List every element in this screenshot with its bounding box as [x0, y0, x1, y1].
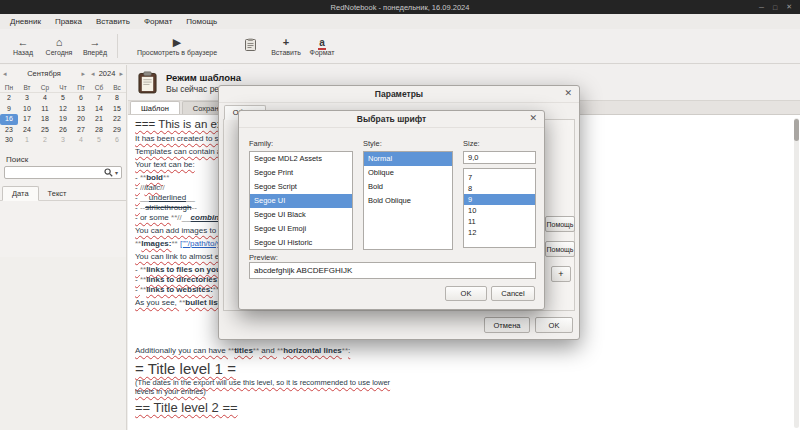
- close-icon[interactable]: ✕: [786, 3, 792, 11]
- year-selector[interactable]: ◂ 2024 ▸: [88, 69, 126, 78]
- editor-tab[interactable]: Шаблон: [130, 101, 180, 114]
- menu-item[interactable]: Вставить: [89, 17, 137, 26]
- font-preview-box[interactable]: abcdefghijk ABCDEFGHIJK: [249, 262, 536, 279]
- forward-button[interactable]: → Вперёд: [77, 31, 113, 62]
- calendar-day[interactable]: 3: [18, 93, 36, 104]
- calendar-day[interactable]: 23: [0, 125, 18, 136]
- calendar-day[interactable]: 26: [54, 125, 72, 136]
- calendar-day[interactable]: 10: [18, 104, 36, 115]
- search-results-panel[interactable]: [0, 257, 126, 430]
- font-family-option[interactable]: Segoe UI: [250, 194, 352, 208]
- calendar-day[interactable]: 4: [72, 135, 90, 146]
- font-size-list[interactable]: 789101112: [463, 168, 536, 248]
- font-dialog-close-icon[interactable]: ✕: [529, 113, 537, 123]
- help-button-2[interactable]: Помощь: [545, 241, 575, 257]
- font-family-option[interactable]: Segoe MDL2 Assets: [250, 152, 352, 166]
- font-ok-button[interactable]: OK: [445, 286, 487, 301]
- calendar-day-header: Вс: [108, 84, 126, 92]
- calendar-day[interactable]: 8: [108, 93, 126, 104]
- calendar-day[interactable]: 17: [18, 114, 36, 125]
- next-year-icon[interactable]: ▸: [119, 70, 123, 78]
- font-style-option[interactable]: Bold Oblique: [364, 194, 452, 208]
- clipboard-button[interactable]: [232, 31, 268, 62]
- menu-item[interactable]: Помощь: [179, 17, 224, 26]
- calendar-day[interactable]: 20: [72, 114, 90, 125]
- calendar-day[interactable]: 13: [72, 104, 90, 115]
- calendar-day[interactable]: 27: [72, 125, 90, 136]
- back-button[interactable]: ← Назад: [5, 31, 41, 62]
- window-title: RedNotebook - понедельник, 16.09.2024: [331, 3, 470, 12]
- font-dialog-titlebar: Выбрать шрифт ✕: [239, 111, 544, 128]
- font-size-option[interactable]: 8: [464, 183, 535, 194]
- sidebar-tab-text[interactable]: Текст: [39, 187, 76, 200]
- font-size-option[interactable]: 9: [464, 194, 535, 205]
- calendar-day[interactable]: 18: [36, 114, 54, 125]
- calendar-day[interactable]: 7: [90, 93, 108, 104]
- calendar-day[interactable]: 21: [90, 114, 108, 125]
- font-cancel-button[interactable]: Cancel: [491, 286, 535, 301]
- font-style-list[interactable]: NormalObliqueBoldBold Oblique: [363, 151, 453, 250]
- font-family-option[interactable]: Segoe UI Historic: [250, 236, 352, 250]
- month-selector[interactable]: ◂ Сентября ▸: [0, 69, 88, 78]
- today-button[interactable]: ⌂ Сегодня: [41, 31, 77, 62]
- insert-button[interactable]: + Вставить: [268, 31, 304, 62]
- editor-scrollbar[interactable]: [794, 118, 799, 428]
- next-month-icon[interactable]: ▸: [81, 70, 85, 78]
- calendar-day[interactable]: 5: [90, 135, 108, 146]
- calendar-day[interactable]: 2: [0, 93, 18, 104]
- preferences-close-icon[interactable]: ✕: [564, 88, 572, 98]
- search-dropdown-icon[interactable]: ▾: [115, 169, 118, 176]
- calendar-day[interactable]: 24: [18, 125, 36, 136]
- font-style-option[interactable]: Bold: [364, 180, 452, 194]
- calendar-day[interactable]: 22: [108, 114, 126, 125]
- menu-item[interactable]: Дневник: [3, 17, 48, 26]
- preview-in-browser-button[interactable]: ▶ Просмотреть в браузере: [122, 31, 232, 62]
- menu-item[interactable]: Правка: [48, 17, 89, 26]
- font-size-option[interactable]: 12: [464, 227, 535, 238]
- maximize-icon[interactable]: □: [773, 4, 777, 11]
- font-style-option[interactable]: Normal: [364, 152, 452, 166]
- back-arrow-icon: ←: [18, 36, 29, 49]
- calendar-day[interactable]: 4: [36, 93, 54, 104]
- calendar-day[interactable]: 12: [54, 104, 72, 115]
- search-input[interactable]: ▾: [4, 166, 122, 179]
- add-button[interactable]: +: [551, 266, 571, 282]
- menu-item[interactable]: Формат: [137, 17, 179, 26]
- font-family-list[interactable]: Segoe MDL2 AssetsSegoe PrintSegoe Script…: [249, 151, 353, 250]
- calendar-day[interactable]: 19: [54, 114, 72, 125]
- minimize-icon[interactable]: ─: [759, 4, 764, 11]
- font-size-option[interactable]: 11: [464, 216, 535, 227]
- calendar-day[interactable]: 25: [36, 125, 54, 136]
- calendar-day[interactable]: 6: [72, 93, 90, 104]
- sidebar-tab-date[interactable]: Дата: [2, 186, 39, 201]
- prev-month-icon[interactable]: ◂: [3, 70, 7, 78]
- calendar-day[interactable]: 9: [0, 104, 18, 115]
- calendar-day[interactable]: 3: [54, 135, 72, 146]
- font-family-option[interactable]: Segoe Script: [250, 180, 352, 194]
- calendar-day[interactable]: 2: [36, 135, 54, 146]
- calendar-day[interactable]: 11: [36, 104, 54, 115]
- format-button[interactable]: a Формат: [304, 31, 340, 62]
- font-family-option[interactable]: Segoe Print: [250, 166, 352, 180]
- calendar-day[interactable]: 1: [18, 135, 36, 146]
- calendar-day[interactable]: 30: [0, 135, 18, 146]
- font-family-option[interactable]: Segoe UI Emoji: [250, 222, 352, 236]
- help-button[interactable]: Помощь: [545, 216, 575, 232]
- calendar-day[interactable]: 16: [0, 114, 18, 125]
- calendar-day[interactable]: 6: [108, 135, 126, 146]
- calendar-day[interactable]: 28: [90, 125, 108, 136]
- preferences-cancel-button[interactable]: Отмена: [484, 317, 530, 333]
- prev-year-icon[interactable]: ◂: [91, 70, 95, 78]
- font-family-option[interactable]: Segoe UI Black: [250, 208, 352, 222]
- font-size-option[interactable]: 10: [464, 205, 535, 216]
- font-size-input[interactable]: 9,0: [463, 151, 536, 164]
- calendar-day[interactable]: 15: [108, 104, 126, 115]
- font-dialog: Выбрать шрифт ✕ Family: Style: Size: Seg…: [238, 110, 545, 310]
- preferences-ok-button[interactable]: OK: [535, 317, 573, 333]
- calendar-day[interactable]: 5: [54, 93, 72, 104]
- font-size-option[interactable]: 7: [464, 172, 535, 183]
- calendar-day[interactable]: 29: [108, 125, 126, 136]
- font-style-option[interactable]: Oblique: [364, 166, 452, 180]
- calendar-day[interactable]: 14: [90, 104, 108, 115]
- scrollbar-thumb[interactable]: [794, 119, 799, 141]
